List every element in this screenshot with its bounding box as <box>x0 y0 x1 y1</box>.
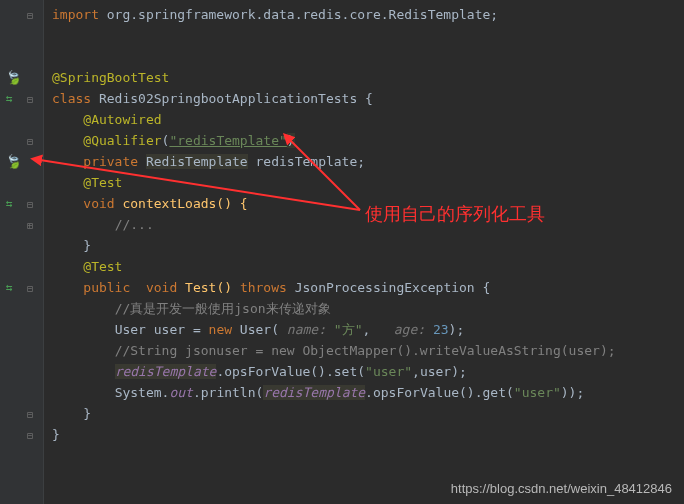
gutter: ⊟ 🍃 ⇆⊟ ⊟ 🍃 ⇆⊟ ⊞ ⇆⊟ ⊟ ⊟ <box>0 0 44 504</box>
annotation: @Autowired <box>83 112 161 127</box>
brace: } <box>83 238 91 253</box>
paren: ); <box>449 322 465 337</box>
brace: } <box>52 427 60 442</box>
type: RedisTemplate <box>146 154 248 169</box>
method-call: .println( <box>193 385 263 400</box>
keyword: class <box>52 91 91 106</box>
fold-icon[interactable]: ⊟ <box>27 94 37 104</box>
paren: )); <box>561 385 584 400</box>
string-literal: "redisTemplate" <box>169 133 286 148</box>
field-ref: out <box>169 385 192 400</box>
code-content[interactable]: import org.springframework.data.redis.co… <box>44 0 684 504</box>
field-decl: redisTemplate; <box>248 154 365 169</box>
exception-type: JsonProcessingException { <box>287 280 491 295</box>
import-path: org.springframework.data.redis.core.Redi… <box>99 7 498 22</box>
class-ref: System. <box>115 385 170 400</box>
string-literal: "方" <box>326 322 362 337</box>
keyword: void <box>130 280 177 295</box>
comment: //真是开发一般使用json来传递对象 <box>115 301 331 316</box>
keyword: throws <box>240 280 287 295</box>
string-literal: "user" <box>365 364 412 379</box>
fold-icon[interactable]: ⊟ <box>27 283 37 293</box>
fold-icon[interactable]: ⊟ <box>27 10 37 20</box>
fold-icon[interactable]: ⊟ <box>27 199 37 209</box>
run-test-icon[interactable]: ⇆ <box>6 281 13 294</box>
method-name: contextLoads() { <box>115 196 248 211</box>
class-decl: Redis02SpringbootApplicationTests { <box>91 91 373 106</box>
keyword: private <box>83 154 138 169</box>
annotation: @Test <box>83 259 122 274</box>
keyword: void <box>83 196 114 211</box>
string-literal: "user" <box>514 385 561 400</box>
code-editor: ⊟ 🍃 ⇆⊟ ⊟ 🍃 ⇆⊟ ⊞ ⇆⊟ ⊟ ⊟ import org.spring… <box>0 0 684 504</box>
keyword: new <box>209 322 232 337</box>
ctor: User( <box>232 322 287 337</box>
run-test-icon[interactable]: ⇆ <box>6 197 13 210</box>
args: ,user); <box>412 364 467 379</box>
param-hint: name: <box>287 322 326 337</box>
comment: //... <box>115 217 154 232</box>
fold-icon[interactable]: ⊞ <box>27 220 37 230</box>
var-decl: user = <box>154 322 209 337</box>
comma: , <box>362 322 393 337</box>
method-call: .opsForValue().set( <box>216 364 365 379</box>
fold-icon[interactable]: ⊟ <box>27 136 37 146</box>
param-hint: age: <box>394 322 425 337</box>
annotation: @Test <box>83 175 122 190</box>
field-ref: redisTemplate <box>115 364 217 379</box>
keyword: import <box>52 7 99 22</box>
type: User <box>115 322 154 337</box>
keyword: public <box>83 280 130 295</box>
brace: } <box>83 406 91 421</box>
annotation: @Qualifier <box>83 133 161 148</box>
paren: ) <box>287 133 295 148</box>
fold-icon[interactable]: ⊟ <box>27 430 37 440</box>
method-name: Test() <box>177 280 240 295</box>
bean-icon: 🍃 <box>4 68 23 87</box>
run-test-icon[interactable]: ⇆ <box>6 92 13 105</box>
annotation: @SpringBootTest <box>52 70 169 85</box>
field-ref: redisTemplate <box>263 385 365 400</box>
fold-icon[interactable]: ⊟ <box>27 409 37 419</box>
comment: //String jsonuser = new ObjectMapper().w… <box>115 343 616 358</box>
number-literal: 23 <box>425 322 448 337</box>
method-call: .opsForValue().get( <box>365 385 514 400</box>
watermark: https://blog.csdn.net/weixin_48412846 <box>451 481 672 496</box>
bean-icon: 🍃 <box>4 152 23 171</box>
